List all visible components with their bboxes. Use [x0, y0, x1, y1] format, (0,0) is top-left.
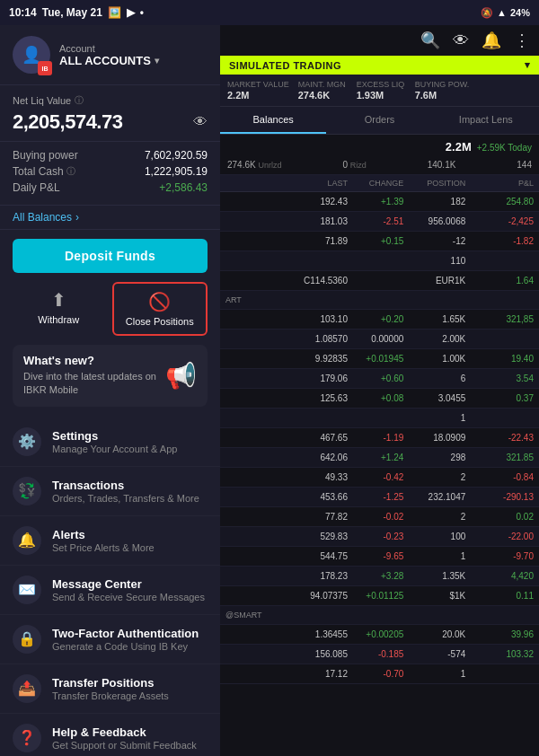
table-row[interactable]: 1	[220, 409, 539, 428]
table-row[interactable]: 94.07375 +0.01125 $1K 0.11	[220, 586, 539, 606]
table-row[interactable]: 77.82 -0.02 2 0.02	[220, 507, 539, 527]
close-positions-button[interactable]: 🚫 Close Positions	[112, 282, 208, 336]
table-row[interactable]: 544.75 -9.65 1 -9.70	[220, 547, 539, 567]
table-row[interactable]: @SMART	[220, 606, 539, 625]
sidebar-item-two-factor[interactable]: 🔒 Two-Factor Authentication Generate a C…	[0, 615, 220, 664]
col-last-val: 94.07375	[294, 591, 348, 601]
col-position-val: 2	[405, 472, 465, 482]
settings-icon: ⚙️	[13, 427, 41, 456]
col-pl-val: -9.70	[467, 551, 534, 561]
col-position-val: 1	[405, 413, 465, 423]
menu-list: ⚙️ Settings Manage Your Account & App 💱 …	[0, 418, 220, 756]
col-change-val: +1.24	[349, 453, 403, 462]
stats-bar: MARKET VALUE2.2MMAINT. MGN274.6KEXCESS L…	[220, 75, 539, 107]
sidebar-item-help-feedback[interactable]: ❓ Help & Feedback Get Support or Submit …	[0, 714, 220, 756]
eye-icon[interactable]: 👁	[453, 31, 469, 50]
sidebar-item-message-center[interactable]: ✉️ Message Center Send & Receive Secure …	[0, 566, 220, 615]
table-row[interactable]: 17.12 -0.70 1	[220, 664, 539, 684]
status-left: 10:14 Tue, May 21 🖼️ ▶ •	[9, 6, 144, 19]
table-row[interactable]: 1.36455 +0.00205 20.0K 39.96	[220, 625, 539, 645]
alerts-title: Alerts	[52, 528, 155, 541]
time: 10:14	[9, 6, 37, 19]
col-pl-val: -0.84	[467, 472, 534, 482]
col-position-val: 298	[405, 453, 465, 462]
cast-icon: ▶	[127, 6, 135, 19]
table-row[interactable]: 467.65 -1.19 18.0909 -22.43	[220, 428, 539, 448]
sidebar-item-transactions[interactable]: 💱 Transactions Orders, Trades, Transfers…	[0, 467, 220, 516]
tab-balances[interactable]: Balances	[220, 107, 326, 134]
col-change-val: +0.00205	[349, 629, 403, 639]
transfer-positions-icon: 📤	[13, 674, 41, 703]
chevron-down-icon: ▾	[525, 59, 531, 71]
col-position-val: -574	[405, 649, 465, 659]
settings-title: Settings	[52, 429, 177, 443]
col-pl-val: 3.54	[467, 374, 534, 383]
all-balances-link[interactable]: All Balances ›	[0, 206, 220, 230]
battery: 24%	[510, 7, 530, 18]
col-position-val: EUR1K	[405, 276, 465, 286]
dot-icon: •	[140, 6, 144, 19]
col-change-val: +3.28	[349, 571, 403, 581]
col-pl-val: -1.82	[467, 236, 534, 246]
table-row[interactable]: 49.33 -0.42 2 -0.84	[220, 468, 539, 488]
tab-impact-lens[interactable]: Impact Lens	[433, 107, 539, 134]
table-row[interactable]: 529.83 -0.23 100 -22.00	[220, 527, 539, 547]
table-row[interactable]: 192.43 +1.39 182 254.80	[220, 192, 539, 212]
table-row[interactable]: 125.63 +0.08 3.0455 0.37	[220, 389, 539, 409]
eye-icon[interactable]: 👁	[193, 114, 208, 130]
bell-icon[interactable]: 🔔	[482, 31, 501, 50]
col-pl: P&L	[467, 179, 534, 188]
col-change-val: 0.00000	[349, 334, 403, 344]
message-center-icon: ✉️	[13, 576, 41, 604]
daily-pl-value: +2,586.43	[159, 181, 208, 194]
table-row[interactable]: 181.03 -2.51 956.0068 -2,425	[220, 212, 539, 232]
col-position-val: 2.00K	[405, 334, 465, 344]
col-pl-val: -2,425	[467, 216, 534, 226]
message-center-subtitle: Send & Receive Secure Messages	[52, 592, 205, 602]
table-row[interactable]: 9.92835 +0.01945 1.00K 19.40	[220, 349, 539, 369]
col-change-val: +0.60	[349, 374, 403, 383]
two-factor-title: Two-Factor Authentication	[52, 627, 199, 640]
message-center-title: Message Center	[52, 577, 205, 591]
col-last-val: 71.89	[294, 236, 348, 246]
table-row[interactable]: 178.23 +3.28 1.35K 4,420	[220, 567, 539, 586]
col-position-val: 1	[405, 551, 465, 561]
table-row[interactable]: 110	[220, 251, 539, 271]
action-buttons: ⬆ Withdraw 🚫 Close Positions	[13, 282, 208, 336]
table-row[interactable]: 179.06 +0.60 6 3.54	[220, 369, 539, 389]
col-position-val: 232.1047	[405, 492, 465, 502]
tab-orders[interactable]: Orders	[326, 107, 432, 134]
netliq-value-row: 2,205,574.73 👁	[13, 110, 208, 134]
more-icon[interactable]: ⋮	[514, 31, 530, 50]
col-change-val: -1.19	[349, 433, 403, 443]
col-change-val: -1.25	[349, 492, 403, 502]
whats-new-banner[interactable]: What's new? Dive into the latest updates…	[13, 345, 208, 407]
col-symbol	[225, 179, 292, 188]
sidebar-item-settings[interactable]: ⚙️ Settings Manage Your Account & App	[0, 418, 220, 467]
table-row[interactable]: 71.89 +0.15 -12 -1.82	[220, 232, 539, 251]
col-position-val: 956.0068	[405, 216, 465, 226]
status-bar: 10:14 Tue, May 21 🖼️ ▶ • 🔕 ▲ 24%	[0, 0, 539, 25]
account-header[interactable]: 👤 IB Account ALL ACCOUNTS ▾	[0, 25, 220, 85]
col-pl-val: 0.37	[467, 393, 534, 403]
transactions-icon: 💱	[13, 477, 41, 505]
wifi-icon: ▲	[497, 7, 507, 18]
table-row[interactable]: 1.08570 0.00000 2.00K	[220, 330, 539, 349]
col-position-val: 100	[405, 532, 465, 541]
daily-pl-label: Daily P&L	[13, 181, 60, 194]
deposit-button[interactable]: Deposit Funds	[13, 239, 208, 273]
table-row[interactable]: C114.5360 EUR1K 1.64	[220, 271, 539, 291]
withdraw-button[interactable]: ⬆ Withdraw	[13, 282, 105, 336]
account-stats: Buying power 7,602,920.59 Total Cash ⓘ 1…	[0, 142, 220, 206]
table-row[interactable]: ART	[220, 291, 539, 310]
table-container[interactable]: 192.43 +1.39 182 254.80 181.03 -2.51 956…	[220, 192, 539, 756]
table-row[interactable]: 642.06 +1.24 298 321.85	[220, 448, 539, 468]
table-row[interactable]: 453.66 -1.25 232.1047 -290.13	[220, 488, 539, 507]
sidebar-item-transfer-positions[interactable]: 📤 Transfer Positions Transfer Brokerage …	[0, 664, 220, 714]
search-icon[interactable]: 🔍	[420, 31, 440, 50]
col-pl-val: 0.11	[467, 591, 534, 601]
transfer-positions-subtitle: Transfer Brokerage Assets	[52, 690, 169, 701]
sidebar-item-alerts[interactable]: 🔔 Alerts Set Price Alerts & More	[0, 516, 220, 566]
table-row[interactable]: 103.10 +0.20 1.65K 321,85	[220, 310, 539, 330]
table-row[interactable]: 156.085 -0.185 -574 103.32	[220, 645, 539, 664]
